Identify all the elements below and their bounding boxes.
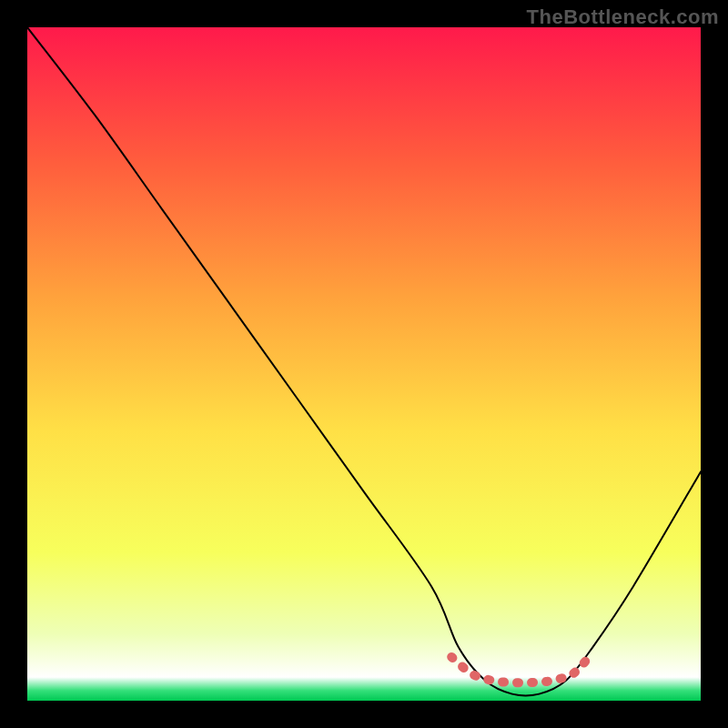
chart-container: TheBottleneck.com	[0, 0, 728, 728]
chart-svg	[27, 27, 701, 701]
watermark-text: TheBottleneck.com	[527, 5, 719, 29]
gradient-background	[27, 27, 701, 701]
chart-plot-area	[27, 27, 701, 701]
